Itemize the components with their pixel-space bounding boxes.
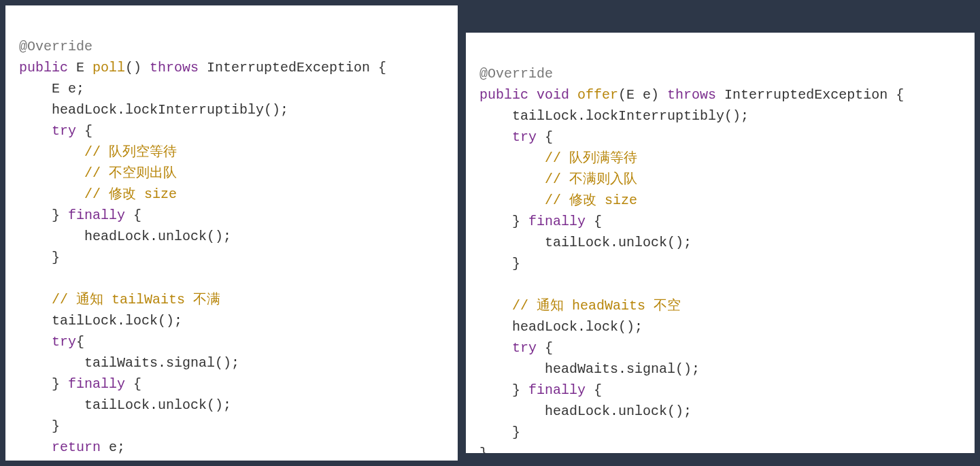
signal-call: headWaits.signal();	[479, 361, 700, 377]
annotation-override: @Override	[19, 39, 92, 54]
brace: }	[19, 207, 68, 223]
comment-queue-empty-wait: // 队列空等待	[19, 144, 177, 160]
lock-call: tailLock.lockInterruptibly();	[479, 108, 749, 124]
keyword-try: try	[52, 334, 76, 350]
brace: }	[479, 214, 528, 229]
keyword-return: return	[52, 439, 101, 455]
exception-type: InterruptedException {	[199, 60, 386, 76]
unlock-call: tailLock.unlock();	[479, 235, 692, 250]
keyword-finally: finally	[528, 382, 586, 398]
brace: {	[125, 376, 141, 392]
comment-not-full-enqueue: // 不满则入队	[479, 171, 637, 187]
unlock-call: headLock.unlock();	[19, 229, 231, 244]
brace: }	[479, 256, 520, 271]
brace: }	[19, 376, 68, 392]
comment-not-empty-dequeue: // 不空则出队	[19, 165, 177, 181]
return-var: e;	[101, 439, 125, 455]
unlock-call: tailLock.unlock();	[19, 397, 231, 413]
comment-modify-size: // 修改 size	[19, 186, 177, 202]
indent	[479, 129, 512, 145]
comment-notify-tailwaits: // 通知 tailWaits 不满	[19, 292, 220, 307]
brace: {	[537, 340, 553, 356]
comment-queue-full-wait: // 队列满等待	[479, 150, 637, 166]
method-name-offer: offer	[577, 87, 618, 103]
lock-call: headLock.lockInterruptibly();	[19, 102, 288, 118]
keyword-try: try	[512, 340, 537, 356]
space	[569, 87, 577, 103]
params: (E e)	[618, 87, 667, 103]
signal-call: tailWaits.signal();	[19, 355, 239, 371]
brace: {	[586, 214, 602, 229]
keyword-void: void	[537, 87, 569, 103]
brace: }	[19, 418, 60, 434]
return-type: E	[68, 60, 92, 76]
exception-type: InterruptedException {	[716, 87, 904, 103]
brace: {	[76, 334, 84, 350]
keyword-public: public	[479, 87, 528, 103]
keyword-finally: finally	[528, 214, 586, 229]
var-decl: E e;	[19, 81, 84, 97]
keyword-throws: throws	[667, 87, 716, 103]
code-panel-offer: @Override public void offer(E e) throws …	[466, 33, 975, 453]
brace: }	[479, 425, 520, 440]
lock-call: headLock.lock();	[479, 319, 643, 335]
method-name-poll: poll	[92, 60, 125, 76]
brace: {	[125, 207, 141, 223]
annotation-override: @Override	[479, 66, 553, 82]
keyword-try: try	[52, 123, 76, 139]
params: ()	[125, 60, 150, 76]
brace: }	[479, 382, 528, 398]
keyword-public: public	[19, 60, 68, 76]
brace: {	[537, 129, 553, 145]
brace: }	[19, 250, 60, 265]
code-panel-poll: @Override public E poll() throws Interru…	[5, 5, 458, 461]
keyword-finally: finally	[68, 376, 125, 392]
indent	[479, 340, 512, 356]
lock-call: tailLock.lock();	[19, 313, 182, 329]
unlock-call: headLock.unlock();	[479, 403, 692, 419]
keyword-try: try	[512, 129, 537, 145]
comment-modify-size: // 修改 size	[479, 193, 637, 208]
indent	[19, 123, 52, 139]
keyword-finally: finally	[68, 207, 125, 223]
indent	[19, 439, 52, 455]
space	[528, 87, 537, 103]
brace: {	[76, 123, 92, 139]
indent	[19, 334, 52, 350]
comment-notify-headwaits: // 通知 headWaits 不空	[479, 298, 681, 314]
brace: }	[479, 446, 488, 453]
keyword-throws: throws	[150, 60, 199, 76]
brace: {	[586, 382, 602, 398]
